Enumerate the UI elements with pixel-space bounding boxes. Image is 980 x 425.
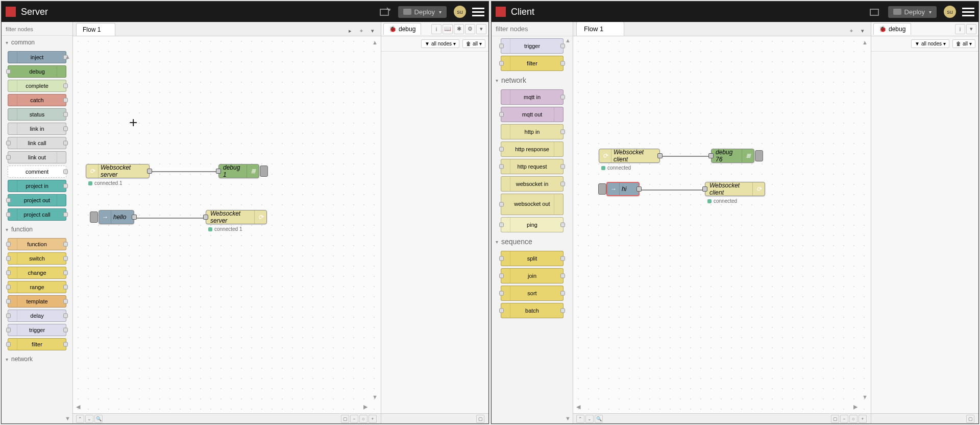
tab-flow1[interactable]: Flow 1 <box>76 23 115 36</box>
canvas-scroll-right-icon[interactable]: ▶ <box>363 404 368 410</box>
tab-menu-button[interactable]: ▾ <box>857 26 868 36</box>
scroll-up-icon[interactable]: ▲ <box>565 37 571 43</box>
zoom-in-button[interactable]: + <box>369 415 377 423</box>
palette-node-link-call[interactable]: link call <box>8 137 66 149</box>
palette-node-inject[interactable]: inject <box>8 51 66 63</box>
palette-node-trigger[interactable]: trigger <box>8 324 66 336</box>
canvas-scroll-down-icon[interactable]: ▼ <box>372 394 378 400</box>
palette-node-batch[interactable]: batch <box>501 303 564 318</box>
node-websocket-client-in[interactable]: ⟳ Websocket client connected <box>599 149 660 163</box>
palette-node-filter[interactable]: filter <box>8 338 66 350</box>
user-avatar[interactable]: su <box>454 6 466 18</box>
zoom-fit-button[interactable]: ▢ <box>831 415 839 423</box>
palette-node-change[interactable]: change <box>8 267 66 279</box>
node-inject-hi[interactable]: → hi <box>606 182 640 196</box>
sidebar-info-button[interactable]: i <box>431 24 442 34</box>
wire[interactable] <box>640 190 706 191</box>
debug-toggle-button[interactable] <box>755 150 763 161</box>
category-sequence[interactable]: sequence <box>492 234 573 249</box>
input-port[interactable] <box>702 186 707 192</box>
node-websocket-server-out[interactable]: Websocket server ⟳ connected 1 <box>206 210 267 224</box>
palette-node-trigger[interactable]: trigger <box>501 38 564 54</box>
flow-canvas[interactable]: + ⟳ Websocket server connected 1 debug 1… <box>73 36 381 413</box>
search-button[interactable]: 🔍 <box>94 415 103 423</box>
palette-node-split[interactable]: split <box>501 251 564 266</box>
zoom-reset-button[interactable]: ○ <box>849 415 857 423</box>
sidebar-info-button[interactable]: i <box>955 24 965 34</box>
tab-add-button[interactable]: + <box>846 26 856 36</box>
scroll-down-icon[interactable]: ▼ <box>565 415 571 421</box>
search-button[interactable]: 🔍 <box>595 415 603 423</box>
footer-btn-1[interactable]: ⌃ <box>76 415 84 423</box>
canvas-scroll-up-icon[interactable]: ▲ <box>372 39 378 45</box>
sidebar-help-button[interactable]: 📖 <box>443 24 453 34</box>
palette-node-ping[interactable]: ping <box>501 217 564 232</box>
workspace-icon[interactable] <box>379 5 392 18</box>
palette-node-function[interactable]: function <box>8 238 66 250</box>
user-avatar[interactable]: su <box>944 6 956 18</box>
scroll-up-icon[interactable]: ▲ <box>65 54 70 60</box>
clear-all-button[interactable]: 🗑all▾ <box>462 39 485 48</box>
flow-canvas[interactable]: ⟳ Websocket client connected debug 76 ≣ … <box>573 36 871 413</box>
input-port[interactable] <box>708 153 714 158</box>
palette-node-websocket-out[interactable]: websocket out <box>501 194 564 215</box>
canvas-scroll-left-icon[interactable]: ◀ <box>576 404 580 410</box>
footer-btn-2[interactable]: ⌄ <box>85 415 93 423</box>
sidebar-context-button[interactable]: ✱ <box>454 24 464 34</box>
palette-node-range[interactable]: range <box>8 281 66 293</box>
canvas-scroll-down-icon[interactable]: ▼ <box>862 394 868 400</box>
palette-node-http-request[interactable]: http request <box>501 159 564 174</box>
output-port[interactable] <box>636 186 642 192</box>
sidebar-more-button[interactable]: ▾ <box>966 24 976 34</box>
canvas-scroll-right-icon[interactable]: ▶ <box>853 404 857 410</box>
category-common[interactable]: common <box>2 36 72 49</box>
chevron-down-icon[interactable]: ▾ <box>439 9 442 15</box>
workspace-icon[interactable] <box>869 5 882 18</box>
hamburger-menu-icon[interactable] <box>472 8 484 16</box>
palette-node-delay[interactable]: delay <box>8 310 66 322</box>
hamburger-menu-icon[interactable] <box>962 8 974 16</box>
sidebar-tab-debug[interactable]: 🐞debug <box>873 23 911 35</box>
palette-node-http-in[interactable]: http in <box>501 124 564 139</box>
filter-all-nodes-button[interactable]: ▼all nodes▾ <box>421 39 459 48</box>
palette-node-catch[interactable]: catch <box>8 94 66 106</box>
sidebar-more-button[interactable]: ▾ <box>476 24 486 34</box>
filter-nodes-input[interactable] <box>4 25 70 33</box>
inject-trigger-button[interactable] <box>598 183 606 195</box>
palette-node-join[interactable]: join <box>501 268 564 284</box>
tab-run-button[interactable]: ▸ <box>345 26 355 36</box>
palette-node-template[interactable]: template <box>8 295 66 308</box>
inject-trigger-button[interactable] <box>90 211 98 223</box>
canvas-scroll-up-icon[interactable]: ▲ <box>862 39 868 45</box>
palette-node-project-in[interactable]: project in <box>8 180 66 192</box>
zoom-reset-button[interactable]: ○ <box>359 415 368 423</box>
footer-btn-2[interactable]: ⌄ <box>585 415 594 423</box>
zoom-fit-button[interactable]: ▢ <box>341 415 349 423</box>
node-debug1[interactable]: debug 1 ≣ <box>218 164 259 178</box>
palette-node-status[interactable]: status <box>8 108 66 121</box>
palette-node-http-response[interactable]: http response <box>501 141 564 157</box>
deploy-button[interactable]: Deploy▾ <box>888 6 937 18</box>
category-network[interactable]: network <box>2 352 72 366</box>
tab-menu-button[interactable]: ▾ <box>368 26 378 36</box>
zoom-in-button[interactable]: + <box>859 415 867 423</box>
canvas-scroll-left-icon[interactable]: ◀ <box>76 404 80 410</box>
palette-node-mqtt-in[interactable]: mqtt in <box>501 89 564 105</box>
tab-flow1[interactable]: Flow 1 <box>576 22 624 36</box>
node-debug76[interactable]: debug 76 ≣ <box>711 149 754 163</box>
debug-toggle-button[interactable] <box>260 166 268 177</box>
wire[interactable] <box>147 171 221 172</box>
palette-node-project-out[interactable]: project out <box>8 194 66 206</box>
node-websocket-server-in[interactable]: ⟳ Websocket server connected 1 <box>86 164 150 178</box>
palette-node-link-in[interactable]: link in <box>8 123 66 135</box>
filter-all-nodes-button[interactable]: ▼all nodes▾ <box>911 39 949 48</box>
input-port[interactable] <box>216 169 221 174</box>
wire[interactable] <box>132 218 208 219</box>
zoom-out-button[interactable]: − <box>840 415 848 423</box>
category-network[interactable]: network <box>492 73 573 87</box>
node-websocket-client-out[interactable]: Websocket client ⟳ connected <box>705 182 765 196</box>
palette-node-project-call[interactable]: project call <box>8 208 66 221</box>
output-port[interactable] <box>132 215 137 220</box>
scroll-down-icon[interactable]: ▼ <box>65 415 70 421</box>
palette-node-sort[interactable]: sort <box>501 286 564 301</box>
